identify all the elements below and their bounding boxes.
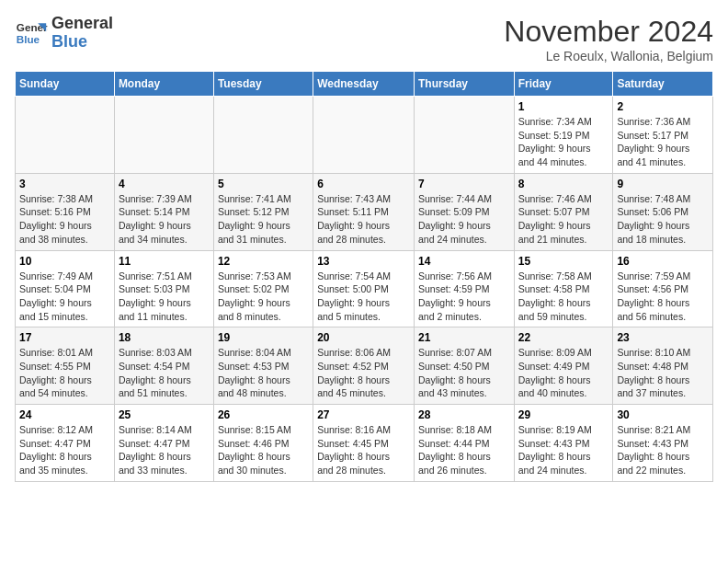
day-number: 19 [218,331,309,344]
day-number: 3 [19,178,110,190]
calendar-cell: 13Sunrise: 7:54 AM Sunset: 5:00 PM Dayli… [313,250,415,327]
calendar-cell: 4Sunrise: 7:39 AM Sunset: 5:14 PM Daylig… [114,173,213,250]
calendar-cell: 3Sunrise: 7:38 AM Sunset: 5:16 PM Daylig… [16,173,115,250]
day-number: 29 [518,408,609,421]
day-info: Sunrise: 7:41 AM Sunset: 5:12 PM Dayligh… [218,192,309,247]
day-info: Sunrise: 8:10 AM Sunset: 4:48 PM Dayligh… [617,346,709,400]
week-row-4: 17Sunrise: 8:01 AM Sunset: 4:55 PM Dayli… [16,327,713,405]
calendar-cell: 12Sunrise: 7:53 AM Sunset: 5:02 PM Dayli… [213,250,313,327]
title-area: November 2024 Le Roeulx, Wallonia, Belgi… [504,15,713,63]
week-row-2: 3Sunrise: 7:38 AM Sunset: 5:16 PM Daylig… [16,173,713,250]
month-title: November 2024 [504,15,713,49]
calendar-cell: 1Sunrise: 7:34 AM Sunset: 5:19 PM Daylig… [514,97,613,174]
day-info: Sunrise: 7:44 AM Sunset: 5:09 PM Dayligh… [418,192,510,247]
weekday-wednesday: Wednesday [313,72,415,97]
day-info: Sunrise: 8:15 AM Sunset: 4:46 PM Dayligh… [218,423,309,477]
week-row-3: 10Sunrise: 7:49 AM Sunset: 5:04 PM Dayli… [16,250,713,327]
weekday-header-row: SundayMondayTuesdayWednesdayThursdayFrid… [16,72,713,97]
day-number: 8 [518,178,609,190]
day-info: Sunrise: 7:54 AM Sunset: 5:00 PM Dayligh… [317,270,410,324]
weekday-monday: Monday [114,72,213,97]
calendar-cell: 15Sunrise: 7:58 AM Sunset: 4:58 PM Dayli… [514,250,613,327]
calendar-cell: 24Sunrise: 8:12 AM Sunset: 4:47 PM Dayli… [16,405,115,482]
calendar-cell: 27Sunrise: 8:16 AM Sunset: 4:45 PM Dayli… [313,405,415,482]
day-info: Sunrise: 8:03 AM Sunset: 4:54 PM Dayligh… [119,346,210,400]
day-number: 20 [317,331,410,344]
calendar-cell: 22Sunrise: 8:09 AM Sunset: 4:49 PM Dayli… [514,327,613,405]
day-info: Sunrise: 8:06 AM Sunset: 4:52 PM Dayligh… [317,346,410,400]
day-number: 5 [218,178,309,190]
logo-line2: Blue [51,33,113,52]
day-number: 30 [617,408,709,421]
calendar-cell [414,97,514,174]
day-info: Sunrise: 7:36 AM Sunset: 5:17 PM Dayligh… [617,115,709,169]
day-info: Sunrise: 8:21 AM Sunset: 4:43 PM Dayligh… [617,423,709,477]
calendar-cell: 10Sunrise: 7:49 AM Sunset: 5:04 PM Dayli… [16,250,115,327]
day-info: Sunrise: 7:48 AM Sunset: 5:06 PM Dayligh… [617,192,709,247]
day-info: Sunrise: 8:18 AM Sunset: 4:44 PM Dayligh… [418,423,510,477]
calendar-cell: 30Sunrise: 8:21 AM Sunset: 4:43 PM Dayli… [613,405,713,482]
day-number: 7 [418,178,510,190]
calendar-cell: 2Sunrise: 7:36 AM Sunset: 5:17 PM Daylig… [613,97,713,174]
calendar-cell: 16Sunrise: 7:59 AM Sunset: 4:56 PM Dayli… [613,250,713,327]
calendar-cell: 23Sunrise: 8:10 AM Sunset: 4:48 PM Dayli… [613,327,713,405]
day-info: Sunrise: 7:51 AM Sunset: 5:03 PM Dayligh… [119,270,210,324]
day-info: Sunrise: 7:58 AM Sunset: 4:58 PM Dayligh… [518,270,609,324]
day-info: Sunrise: 8:14 AM Sunset: 4:47 PM Dayligh… [119,423,210,477]
calendar-cell: 8Sunrise: 7:46 AM Sunset: 5:07 PM Daylig… [514,173,613,250]
calendar-cell: 21Sunrise: 8:07 AM Sunset: 4:50 PM Dayli… [414,327,514,405]
calendar-cell [114,97,213,174]
day-info: Sunrise: 7:56 AM Sunset: 4:59 PM Dayligh… [418,270,510,324]
weekday-thursday: Thursday [414,72,514,97]
day-number: 16 [617,255,709,268]
day-number: 27 [317,408,410,421]
week-row-1: 1Sunrise: 7:34 AM Sunset: 5:19 PM Daylig… [16,97,713,174]
day-number: 10 [19,255,110,268]
day-number: 21 [418,331,510,344]
calendar-cell: 20Sunrise: 8:06 AM Sunset: 4:52 PM Dayli… [313,327,415,405]
calendar-cell [313,97,415,174]
day-number: 6 [317,178,410,190]
location-subtitle: Le Roeulx, Wallonia, Belgium [504,49,713,63]
day-info: Sunrise: 7:43 AM Sunset: 5:11 PM Dayligh… [317,192,410,247]
calendar-cell: 28Sunrise: 8:18 AM Sunset: 4:44 PM Dayli… [414,405,514,482]
day-info: Sunrise: 7:53 AM Sunset: 5:02 PM Dayligh… [218,270,309,324]
svg-text:Blue: Blue [17,33,40,45]
day-number: 17 [19,331,110,344]
header: General Blue General Blue November 2024 … [15,15,713,63]
day-info: Sunrise: 8:07 AM Sunset: 4:50 PM Dayligh… [418,346,510,400]
calendar-cell [16,97,115,174]
calendar-cell: 7Sunrise: 7:44 AM Sunset: 5:09 PM Daylig… [414,173,514,250]
weekday-sunday: Sunday [16,72,115,97]
day-info: Sunrise: 7:34 AM Sunset: 5:19 PM Dayligh… [518,115,609,169]
calendar-cell: 11Sunrise: 7:51 AM Sunset: 5:03 PM Dayli… [114,250,213,327]
weekday-friday: Friday [514,72,613,97]
logo-line1: General [51,15,113,33]
day-number: 22 [518,331,609,344]
day-number: 28 [418,408,510,421]
day-info: Sunrise: 7:38 AM Sunset: 5:16 PM Dayligh… [19,192,110,247]
calendar-cell: 17Sunrise: 8:01 AM Sunset: 4:55 PM Dayli… [16,327,115,405]
weekday-saturday: Saturday [613,72,713,97]
day-info: Sunrise: 7:46 AM Sunset: 5:07 PM Dayligh… [518,192,609,247]
day-number: 13 [317,255,410,268]
day-info: Sunrise: 8:01 AM Sunset: 4:55 PM Dayligh… [19,346,110,400]
calendar-cell: 19Sunrise: 8:04 AM Sunset: 4:53 PM Dayli… [213,327,313,405]
day-number: 12 [218,255,309,268]
day-number: 15 [518,255,609,268]
day-number: 26 [218,408,309,421]
day-number: 2 [617,100,709,113]
day-number: 25 [119,408,210,421]
calendar-cell: 25Sunrise: 8:14 AM Sunset: 4:47 PM Dayli… [114,405,213,482]
day-info: Sunrise: 8:04 AM Sunset: 4:53 PM Dayligh… [218,346,309,400]
calendar-cell: 5Sunrise: 7:41 AM Sunset: 5:12 PM Daylig… [213,173,313,250]
calendar-cell: 14Sunrise: 7:56 AM Sunset: 4:59 PM Dayli… [414,250,514,327]
calendar-cell: 26Sunrise: 8:15 AM Sunset: 4:46 PM Dayli… [213,405,313,482]
day-info: Sunrise: 7:39 AM Sunset: 5:14 PM Dayligh… [119,192,210,247]
logo: General Blue General Blue [15,15,113,52]
calendar-cell: 9Sunrise: 7:48 AM Sunset: 5:06 PM Daylig… [613,173,713,250]
calendar-cell: 18Sunrise: 8:03 AM Sunset: 4:54 PM Dayli… [114,327,213,405]
day-number: 9 [617,178,709,190]
day-number: 1 [518,100,609,113]
day-info: Sunrise: 7:59 AM Sunset: 4:56 PM Dayligh… [617,270,709,324]
